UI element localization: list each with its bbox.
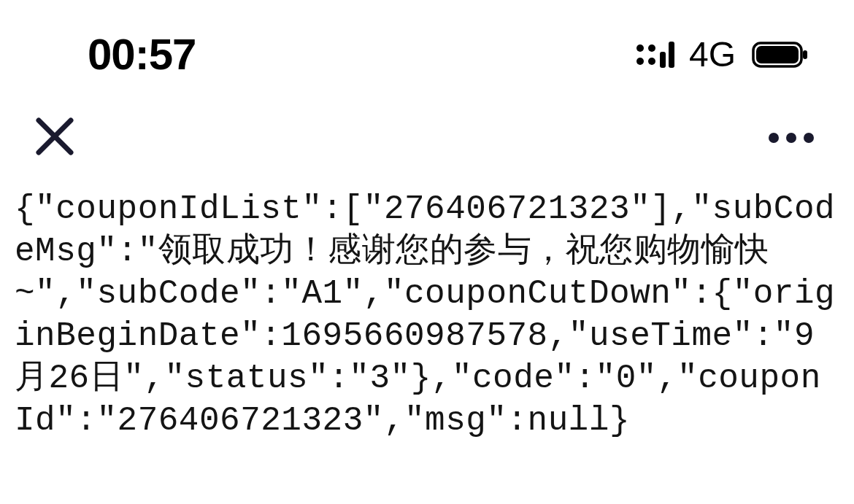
signal-icon (635, 40, 676, 69)
nav-bar (0, 101, 854, 189)
svg-rect-4 (660, 52, 666, 68)
svg-rect-7 (756, 46, 799, 63)
svg-rect-8 (803, 50, 807, 59)
battery-icon (752, 41, 810, 69)
close-button[interactable] (33, 116, 77, 160)
svg-point-1 (636, 58, 644, 65)
status-bar: 00:57 4G (0, 0, 854, 101)
more-icon-dot (804, 133, 814, 143)
more-icon-dot (769, 133, 779, 143)
status-time: 00:57 (88, 29, 196, 80)
svg-rect-5 (669, 42, 674, 68)
svg-point-2 (648, 44, 655, 52)
close-icon (34, 116, 75, 160)
more-icon-dot (786, 133, 796, 143)
more-button[interactable] (769, 133, 821, 143)
status-right: 4G (635, 34, 810, 74)
svg-point-3 (648, 58, 655, 65)
json-response-body: {"couponIdList":["276406721323"],"subCod… (0, 189, 854, 443)
svg-point-0 (636, 44, 644, 52)
network-label: 4G (689, 34, 736, 74)
